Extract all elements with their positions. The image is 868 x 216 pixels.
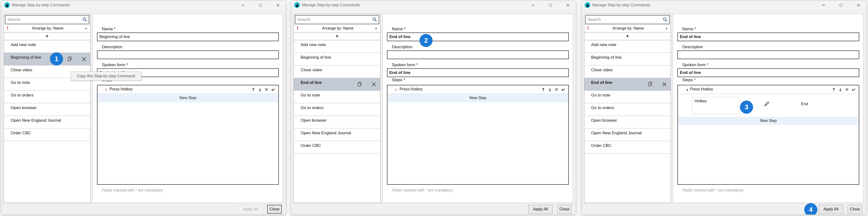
description-field[interactable] xyxy=(677,51,859,59)
close-window-button[interactable] xyxy=(562,1,574,9)
command-list-item[interactable]: Go to note xyxy=(584,91,671,103)
new-step-button[interactable]: New Step xyxy=(388,94,568,102)
command-list: Add new noteBeginning of lineClose video… xyxy=(4,40,90,203)
copy-command-icon[interactable] xyxy=(647,81,653,88)
spoken-form-field[interactable] xyxy=(387,68,569,77)
command-list-item[interactable]: Order CBC xyxy=(584,141,671,154)
command-list-item[interactable]: Beginning of line xyxy=(584,53,671,65)
minimize-button[interactable] xyxy=(818,1,829,9)
command-name: Beginning of line xyxy=(591,55,622,60)
spoken-form-field[interactable] xyxy=(677,68,859,77)
maximize-button[interactable] xyxy=(255,1,266,9)
command-form: Name * Description Spoken form * Steps *… xyxy=(673,14,863,203)
maximize-button[interactable] xyxy=(835,1,846,9)
search-input[interactable] xyxy=(295,16,379,24)
move-step-down-icon[interactable] xyxy=(838,87,842,92)
command-list-item[interactable]: Open browser xyxy=(294,116,380,128)
command-list-item[interactable]: Close video xyxy=(584,65,671,78)
dragon-app-icon xyxy=(4,2,10,8)
command-list-item[interactable]: Beginning of line xyxy=(4,53,90,65)
command-list-item[interactable]: Close video xyxy=(294,65,380,78)
description-field[interactable] xyxy=(97,51,279,59)
command-list-item[interactable]: Open New England Journal xyxy=(4,116,90,128)
command-list-item[interactable]: Open browser xyxy=(4,103,90,116)
command-list-item[interactable]: Order CBC xyxy=(4,128,90,141)
undo-step-icon[interactable] xyxy=(271,87,275,92)
move-step-up-icon[interactable] xyxy=(832,87,836,92)
step-row-press-hotkey[interactable]: Press Hotkey xyxy=(388,85,568,94)
close-button[interactable]: Close xyxy=(267,205,282,214)
command-list-item[interactable]: Go to note xyxy=(294,91,380,103)
add-command-button[interactable]: + xyxy=(294,32,380,40)
move-step-up-icon[interactable] xyxy=(541,87,545,92)
step-row-press-hotkey[interactable]: Press Hotkey xyxy=(678,85,859,94)
step-row-press-hotkey[interactable]: Press Hotkey xyxy=(97,85,278,94)
arrange-by-header[interactable]: ! Arrange by: Name ▲ xyxy=(4,24,90,32)
maximize-icon xyxy=(549,4,552,6)
command-name: End of line xyxy=(591,80,612,85)
search-input[interactable] xyxy=(586,16,669,24)
arrange-by-label: Arrange by: Name xyxy=(12,26,84,31)
new-step-button[interactable]: New Step xyxy=(678,117,859,125)
command-list-item[interactable]: Add new note xyxy=(4,40,90,53)
minimize-button[interactable] xyxy=(527,1,538,9)
name-field[interactable] xyxy=(387,32,569,41)
arrange-by-header[interactable]: ! Arrange by: Name ▲ xyxy=(294,24,380,32)
command-list-item[interactable]: Add new note xyxy=(294,40,380,53)
command-form: Name * Description Spoken form * Steps *… xyxy=(382,14,573,203)
command-name: Close video xyxy=(11,68,32,72)
command-list-item[interactable]: End of line xyxy=(294,78,380,91)
command-list-item[interactable]: Open New England Journal xyxy=(294,128,380,141)
dialog-window-3: Manage Step-by-step Commands ! Arrange b… xyxy=(581,0,867,215)
command-list-item[interactable]: Go to orders xyxy=(294,103,380,116)
delete-step-icon[interactable] xyxy=(555,87,558,92)
delete-step-icon[interactable] xyxy=(845,87,849,92)
titlebar: Manage Step-by-step Commands xyxy=(291,1,576,9)
close-window-button[interactable] xyxy=(272,1,283,9)
add-command-button[interactable]: + xyxy=(584,32,671,40)
expander-collapsed-icon[interactable] xyxy=(105,88,107,91)
command-list-item[interactable]: Add new note xyxy=(584,40,671,53)
undo-step-icon[interactable] xyxy=(851,87,856,92)
name-field[interactable] xyxy=(677,32,859,41)
delete-command-icon[interactable] xyxy=(371,82,377,88)
command-list-item[interactable]: Open browser xyxy=(584,116,671,128)
expander-expanded-icon[interactable] xyxy=(686,88,688,91)
description-label: Description xyxy=(102,44,122,50)
add-command-button[interactable]: + xyxy=(4,32,90,40)
expander-collapsed-icon[interactable] xyxy=(395,88,398,91)
maximize-button[interactable] xyxy=(545,1,556,9)
move-step-up-icon[interactable] xyxy=(251,87,255,92)
step-title: Press Hotkey xyxy=(690,87,713,91)
close-window-button[interactable] xyxy=(853,1,864,9)
name-field[interactable] xyxy=(97,32,279,41)
command-list-item[interactable]: End of line xyxy=(584,78,671,91)
command-name: Beginning of line xyxy=(11,55,41,60)
edit-hotkey-icon[interactable] xyxy=(763,100,770,107)
command-list-item[interactable]: Open New England Journal xyxy=(584,128,671,141)
new-step-button[interactable]: New Step xyxy=(97,94,278,102)
apply-all-button[interactable]: Apply All xyxy=(818,205,843,214)
copy-command-icon[interactable] xyxy=(357,81,363,88)
command-list-item[interactable]: Go to orders xyxy=(584,103,671,116)
move-step-down-icon[interactable] xyxy=(548,87,552,92)
close-button[interactable]: Close xyxy=(557,205,572,214)
search-icon xyxy=(83,17,87,22)
close-button[interactable]: Close xyxy=(848,205,862,214)
command-list: Add new noteBeginning of lineClose video… xyxy=(294,40,380,203)
minimize-button[interactable] xyxy=(237,1,249,9)
apply-all-button[interactable]: Apply All xyxy=(528,205,553,214)
description-field[interactable] xyxy=(387,51,569,59)
command-list-item[interactable]: Beginning of line xyxy=(294,53,380,65)
arrange-by-header[interactable]: ! Arrange by: Name ▲ xyxy=(584,24,671,32)
search-input[interactable] xyxy=(5,16,89,24)
copy-command-icon[interactable] xyxy=(67,56,73,62)
arrange-by-label: Arrange by: Name xyxy=(302,26,374,31)
command-list-item[interactable]: Go to orders xyxy=(4,91,90,103)
delete-step-icon[interactable] xyxy=(265,87,269,92)
delete-command-icon[interactable] xyxy=(662,82,668,88)
delete-command-icon[interactable] xyxy=(82,57,87,63)
undo-step-icon[interactable] xyxy=(561,87,565,92)
command-list-item[interactable]: Order CBC xyxy=(294,141,380,154)
move-step-down-icon[interactable] xyxy=(258,87,262,92)
